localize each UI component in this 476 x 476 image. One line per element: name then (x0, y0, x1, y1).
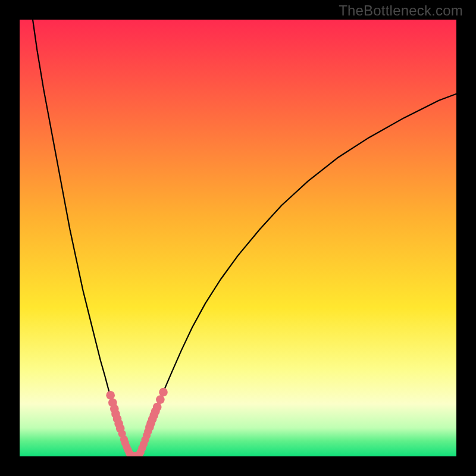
watermark-text: TheBottleneck.com (339, 2, 463, 19)
chart-svg (20, 20, 456, 456)
chart-frame: TheBottleneck.com (0, 0, 476, 476)
plot-background (20, 20, 456, 456)
data-marker (106, 391, 115, 400)
plot-area (20, 20, 456, 456)
data-marker (159, 388, 168, 397)
data-marker (153, 403, 162, 412)
data-marker (156, 395, 165, 404)
